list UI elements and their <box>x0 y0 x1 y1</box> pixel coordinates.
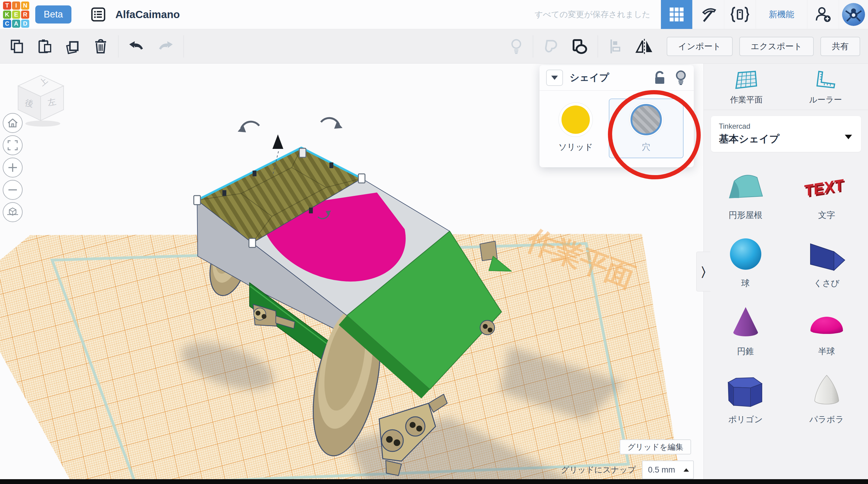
panel-collapse-button[interactable] <box>546 70 563 86</box>
edge-handle <box>253 171 256 176</box>
import-button[interactable]: インポート <box>667 37 733 56</box>
perspective-toggle-button[interactable] <box>3 202 23 222</box>
ruler-icon <box>813 70 838 91</box>
zoom-in-button[interactable] <box>3 158 23 178</box>
mirror-button[interactable] <box>633 38 656 55</box>
home-icon <box>7 118 19 128</box>
hemisphere-thumb <box>803 303 851 342</box>
shape-item-polygon[interactable]: ポリゴン <box>705 371 786 426</box>
paste-button[interactable] <box>35 38 54 55</box>
shape-panel-body: ソリッド 穴 <box>539 91 694 167</box>
shape-item-hemisphere[interactable]: 半球 <box>786 303 867 357</box>
panel-title: シェイプ <box>569 71 653 84</box>
new-features-link[interactable]: 新機能 <box>755 0 807 29</box>
bottom-letterbox-bar <box>0 479 868 484</box>
toolbar-right-group: インポート エクスポート 共有 <box>503 35 868 58</box>
delete-button[interactable] <box>91 38 110 55</box>
shape-label: 円形屋根 <box>729 209 763 221</box>
tinkercad-logo[interactable]: T I N K E R C A D <box>3 1 29 28</box>
ruler-tool-button[interactable]: ルーラー <box>807 70 844 105</box>
polygon-thumb <box>721 371 770 410</box>
edge-handle <box>222 190 226 196</box>
design-list-button[interactable] <box>89 7 107 22</box>
home-view-button[interactable] <box>3 113 23 133</box>
sidebar-collapse-tab[interactable]: 〉 <box>696 252 710 292</box>
text-shape-thumb: TEXT TEXT <box>803 167 851 206</box>
chevron-up-icon <box>684 468 689 472</box>
unlock-icon[interactable] <box>653 70 667 86</box>
solid-color-swatch[interactable] <box>561 105 590 134</box>
new-features-label: 新機能 <box>769 9 794 20</box>
list-icon <box>91 7 106 22</box>
workplane-tool-button[interactable]: 作業平面 <box>728 70 764 105</box>
invite-collaborator-button[interactable] <box>807 0 839 29</box>
codeblocks-button[interactable] <box>724 0 755 29</box>
logo-tile: E <box>12 10 20 19</box>
view-cube[interactable]: 上 後 左 <box>15 70 69 129</box>
lightbulb-icon[interactable] <box>675 70 687 86</box>
hole-option-selected[interactable]: 穴 <box>609 98 684 158</box>
shape-gallery: 円形屋根 TEXT TEXT 文字 球 <box>704 158 868 434</box>
group-button[interactable] <box>541 38 561 55</box>
paste-icon <box>37 38 53 54</box>
save-status: すべての変更が保存されました <box>535 9 650 20</box>
share-button[interactable]: 共有 <box>820 37 860 56</box>
edit-grid-button[interactable]: グリッドを編集 <box>620 440 691 454</box>
shape-label: 円錐 <box>737 346 754 357</box>
solid-option[interactable]: ソリッド <box>544 98 607 153</box>
scale-handle <box>194 195 200 205</box>
chevron-down-icon <box>551 75 558 80</box>
design-canvas[interactable]: 作業平面 <box>0 63 704 484</box>
design-title[interactable]: AlfaCaimano <box>116 8 180 21</box>
shape-item-sphere[interactable]: 球 <box>705 235 786 289</box>
pickaxe-icon <box>700 6 717 23</box>
hole-label: 穴 <box>642 141 650 153</box>
fit-view-button[interactable] <box>3 135 23 155</box>
hole-swatch[interactable] <box>630 104 662 135</box>
redo-icon <box>157 39 174 54</box>
show-hide-button[interactable] <box>507 38 525 55</box>
align-button[interactable] <box>606 38 624 55</box>
ungroup-icon <box>571 38 588 55</box>
minecraft-export-button[interactable] <box>692 0 724 29</box>
duplicate-button[interactable] <box>63 38 83 55</box>
export-button[interactable]: エクスポート <box>739 37 814 56</box>
edge-handle <box>330 162 333 168</box>
align-icon <box>608 38 623 55</box>
codeblocks-icon <box>730 6 749 23</box>
fit-view-icon <box>7 140 19 151</box>
logo-tile: R <box>21 10 29 19</box>
redo-button[interactable] <box>155 38 176 54</box>
person-add-icon <box>814 5 832 24</box>
library-brand: Tinkercad <box>719 122 853 130</box>
account-menu[interactable] <box>839 0 868 29</box>
scale-handle <box>358 174 365 183</box>
duplicate-icon <box>64 38 81 55</box>
chevron-down-icon <box>845 135 852 139</box>
shape-item-round-roof[interactable]: 円形屋根 <box>705 167 786 221</box>
shapes-sidebar: 作業平面 ルーラー Tinkercad 基本シェイプ 円形屋根 <box>704 63 868 484</box>
workplane-icon <box>734 70 758 91</box>
ungroup-button[interactable] <box>569 38 590 55</box>
shape-label: 半球 <box>818 346 835 357</box>
logo-tile: C <box>3 20 11 28</box>
shape-item-text[interactable]: TEXT TEXT 文字 <box>786 167 867 221</box>
raise-handle[interactable] <box>273 134 283 149</box>
zoom-out-button[interactable] <box>3 180 23 200</box>
dashboard-grid-button[interactable] <box>661 0 692 29</box>
shape-item-cone[interactable]: 円錐 <box>705 303 786 357</box>
mirror-icon <box>635 38 654 55</box>
undo-button[interactable] <box>126 38 147 54</box>
snap-grid-select[interactable]: 0.5 mm <box>642 460 694 479</box>
avatar <box>842 3 865 26</box>
logo-tile: N <box>21 1 29 10</box>
shape-library-select[interactable]: Tinkercad 基本シェイプ <box>711 116 861 152</box>
copy-button[interactable] <box>7 38 27 55</box>
shape-item-wedge[interactable]: くさび <box>786 235 867 289</box>
shape-label: 文字 <box>818 209 835 221</box>
edit-toolbar: インポート エクスポート 共有 <box>0 29 868 64</box>
beta-badge[interactable]: Beta <box>35 5 71 24</box>
shape-item-paraboloid[interactable]: パラボラ <box>786 371 867 426</box>
logo-tile: I <box>12 1 20 10</box>
toolbar-separator <box>184 35 184 58</box>
